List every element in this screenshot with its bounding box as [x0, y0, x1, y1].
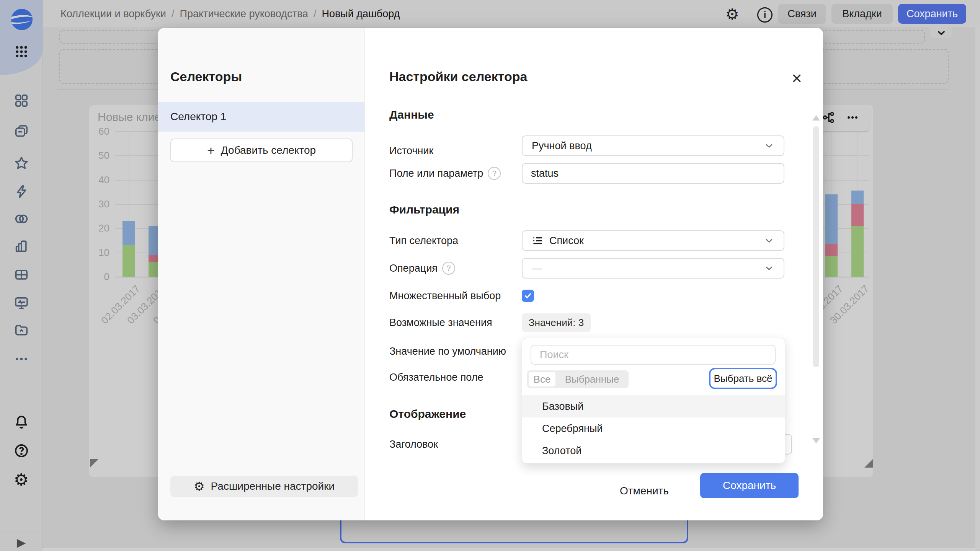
tab-selected[interactable]: Выбранные: [555, 373, 629, 385]
scroll-up-icon[interactable]: [812, 115, 820, 121]
links-button[interactable]: Связи: [778, 4, 826, 24]
scroll-down-icon[interactable]: [812, 438, 820, 443]
section-display: Отображение: [389, 408, 466, 421]
bar-segment-green: [122, 245, 135, 277]
field-or-param-input[interactable]: [522, 163, 784, 184]
popup-filter-tabs: Все Выбранные: [527, 370, 629, 388]
selectors-dialog: Селекторы Селектор 1 + Добавить селектор…: [158, 28, 823, 520]
y-axis-tick: 50: [89, 150, 109, 161]
bar-segment-green: [851, 226, 864, 277]
breadcrumb-workbook[interactable]: Практические руководства: [180, 8, 308, 20]
dashboard-settings-gear-icon[interactable]: ⚙: [725, 7, 739, 22]
selectors-panel-title: Селекторы: [170, 69, 242, 84]
popup-item-bazovyi[interactable]: Базовый: [522, 395, 785, 417]
datasets-table-icon[interactable]: [0, 267, 42, 282]
operation-label: Операция ?: [389, 258, 455, 279]
gear-icon: ⚙: [194, 480, 205, 492]
datalens-dashboard-editor: Коллекции и воркбуки / Практические руко…: [0, 0, 980, 551]
widget-links-icon[interactable]: [822, 111, 835, 124]
multi-choice-label: Множественный выбор: [389, 290, 501, 302]
operation-select[interactable]: —: [522, 258, 784, 279]
notifications-bell-icon[interactable]: [0, 414, 42, 430]
bar-segment-red: [825, 244, 838, 256]
popup-search-input[interactable]: [531, 345, 776, 365]
help-question-icon[interactable]: ?: [488, 167, 501, 180]
page-right-strip: [975, 28, 980, 551]
bar-segment-blue: [122, 221, 135, 245]
add-selector-button[interactable]: + Добавить селектор: [170, 139, 353, 162]
source-label: Источник: [389, 140, 433, 161]
widgets-icon[interactable]: [0, 93, 42, 108]
quick-actions-bolt-icon[interactable]: [0, 184, 42, 199]
bar-segment-blue: [825, 194, 838, 244]
save-selector-button[interactable]: Сохранить: [700, 473, 799, 498]
info-icon[interactable]: i: [757, 7, 773, 23]
storage-folder-icon[interactable]: [0, 323, 42, 337]
advanced-settings-button[interactable]: ⚙ Расширенные настройки: [170, 476, 358, 497]
dashboards-monitor-icon[interactable]: [0, 295, 42, 311]
possible-values-label: Возможные значения: [389, 313, 492, 332]
breadcrumb-collections[interactable]: Коллекции и воркбуки: [60, 8, 166, 20]
popup-item-serebryanyi[interactable]: Серебряный: [522, 417, 785, 440]
operation-value: —: [532, 262, 542, 274]
tabs-button[interactable]: Вкладки: [831, 4, 893, 24]
save-dashboard-button[interactable]: Сохранить: [898, 4, 966, 24]
y-axis-tick: 0: [89, 271, 109, 283]
y-axis-tick: 30: [89, 198, 109, 210]
source-value: Ручной ввод: [532, 140, 592, 152]
collapse-panel-button[interactable]: [930, 28, 952, 38]
charts-icon[interactable]: [0, 239, 42, 253]
widget-more-icon[interactable]: [846, 111, 859, 124]
breadcrumb-separator: /: [314, 8, 317, 20]
section-filtering: Фильтрация: [389, 203, 459, 216]
cancel-button[interactable]: Отменить: [614, 479, 675, 502]
chevron-down-icon: [764, 263, 774, 274]
collections-icon[interactable]: [0, 124, 42, 139]
selector-list-item[interactable]: Селектор 1: [158, 102, 364, 132]
scrollbar-thumb[interactable]: [813, 126, 819, 367]
y-axis-tick: 20: [89, 222, 109, 234]
list-icon: [532, 235, 543, 246]
bar-segment-blue: [851, 191, 864, 204]
bar-segment-green: [825, 256, 838, 277]
favorites-star-icon[interactable]: [0, 155, 42, 171]
breadcrumb-current-dashboard: Новый дашборд: [322, 8, 400, 20]
field-or-param-label: Поле или параметр ?: [389, 163, 501, 184]
y-axis-tick: 10: [89, 247, 109, 259]
settings-gear-icon[interactable]: ⚙: [0, 471, 42, 488]
more-ellipsis-icon[interactable]: [0, 351, 42, 367]
title-field-label: Заголовок: [389, 434, 438, 455]
widget-resize-handle[interactable]: [864, 459, 873, 468]
chevron-down-icon: [936, 28, 947, 38]
select-all-button[interactable]: Выбрать всё: [709, 368, 777, 389]
settings-title: Настройки селектора: [389, 69, 527, 84]
selector-type-select[interactable]: Список: [522, 230, 784, 251]
close-icon[interactable]: ×: [792, 69, 802, 87]
multi-choice-checkbox[interactable]: [522, 290, 534, 302]
advanced-settings-label: Расширенные настройки: [211, 480, 335, 492]
breadcrumb-separator: /: [172, 8, 175, 20]
chevron-down-icon: [764, 235, 774, 246]
possible-values-chip[interactable]: Значений: 3: [522, 313, 591, 332]
help-question-icon[interactable]: ?: [442, 262, 455, 275]
default-value-dropdown: Все Выбранные Выбрать всё Базовый Серебр…: [522, 338, 785, 464]
datalens-logo[interactable]: [11, 9, 33, 30]
tab-all[interactable]: Все: [529, 372, 555, 386]
sidebar-divider: [2, 533, 40, 533]
source-select[interactable]: Ручной ввод: [522, 135, 784, 156]
bar-segment-red: [851, 204, 864, 226]
y-axis-tick: 40: [89, 174, 109, 186]
popup-item-zolotoi[interactable]: Золотой: [522, 440, 785, 462]
connections-icon[interactable]: [0, 211, 42, 227]
check-icon: [524, 292, 532, 300]
selector-type-value: Список: [549, 235, 584, 247]
breadcrumb: Коллекции и воркбуки / Практические руко…: [60, 0, 400, 28]
expand-arrow-icon[interactable]: ▶: [0, 536, 42, 549]
widget-resize-handle[interactable]: [90, 459, 98, 468]
selector-item-label: Селектор 1: [170, 111, 226, 123]
apps-grid-icon[interactable]: [0, 44, 42, 59]
help-icon[interactable]: [0, 443, 42, 458]
required-field-label: Обязательное поле: [389, 367, 483, 388]
default-value-label: Значение по умолчанию: [389, 341, 506, 362]
plus-icon: +: [207, 144, 215, 157]
